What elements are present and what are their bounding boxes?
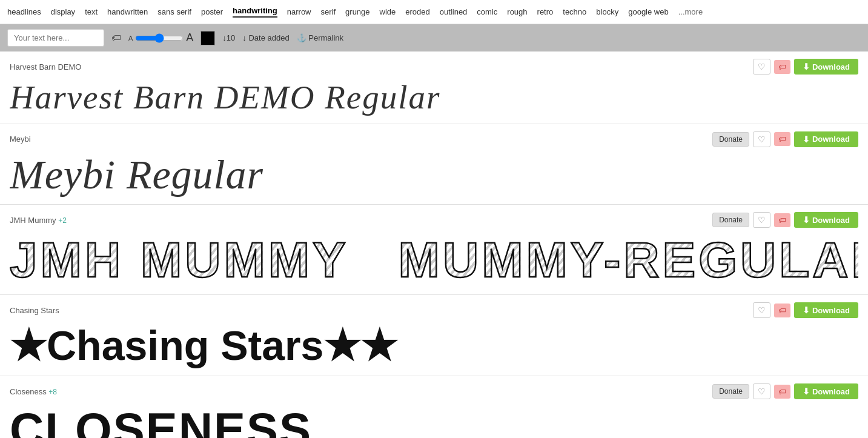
nav-techno[interactable]: techno [563,7,586,16]
nav-poster[interactable]: poster [201,7,223,16]
tag-button-harvest-barn[interactable]: 🏷 [774,60,790,74]
nav-headlines[interactable]: headlines [7,7,41,16]
count-badge: ↓10 [222,33,235,42]
tag-button-closeness[interactable]: 🏷 [774,385,790,399]
heart-button-closeness[interactable]: ♡ [753,383,770,399]
size-slider: A A [128,32,193,44]
font-entry-header-chasing-stars: Chasing Stars ♡ 🏷 ⬇ Download [10,302,858,318]
font-preview-closeness: CLOSENESS [10,404,858,438]
download-arrow-icon-meybi: ⬇ [803,134,810,144]
font-entry-header-closeness: Closeness +8 Donate ♡ 🏷 ⬇ Download [10,383,858,399]
donate-button-jmh[interactable]: Donate [712,213,749,227]
nav-grunge[interactable]: grunge [345,7,369,16]
font-list: Harvest Barn DEMO ♡ 🏷 ⬇ Download Harvest… [0,51,868,438]
nav-comic[interactable]: comic [477,7,497,16]
nav-handwritten[interactable]: handwritten [107,7,148,16]
nav-eroded[interactable]: eroded [405,7,429,16]
donate-button-meybi[interactable]: Donate [712,132,749,147]
nav-text[interactable]: text [85,7,98,16]
download-arrow-icon-closeness: ⬇ [803,387,810,396]
nav-narrow[interactable]: narrow [287,7,311,16]
nav-wide[interactable]: wide [380,7,396,16]
font-preview-meybi: Meybi Regular [10,152,858,197]
download-button-closeness[interactable]: ⬇ Download [794,383,858,399]
heart-button-chasing-stars[interactable]: ♡ [753,302,770,318]
download-button-jmh[interactable]: ⬇ Download [794,212,858,228]
nav-rough[interactable]: rough [507,7,527,16]
nav-display[interactable]: display [51,7,75,16]
large-size-label: A [186,32,193,44]
font-entry-header: Harvest Barn DEMO ♡ 🏷 ⬇ Download [10,59,858,75]
font-actions-meybi: Donate ♡ 🏷 ⬇ Download [712,131,858,147]
heart-button-meybi[interactable]: ♡ [753,131,770,147]
font-actions-chasing-stars: ♡ 🏷 ⬇ Download [753,302,858,318]
heart-button-harvest-barn[interactable]: ♡ [753,59,770,75]
size-range-input[interactable] [135,33,184,43]
font-name-closeness: Closeness +8 [10,387,57,396]
nav-more[interactable]: ...more [678,7,703,16]
small-size-label: A [128,35,133,42]
nav-outlined[interactable]: outlined [440,7,468,16]
donate-button-closeness[interactable]: Donate [712,384,749,399]
nav-handwriting[interactable]: handwriting [233,6,277,18]
tag-button-meybi[interactable]: 🏷 [774,132,790,146]
font-actions-jmh: Donate ♡ 🏷 ⬇ Download [712,212,858,228]
font-name-harvest-barn: Harvest Barn DEMO [10,62,81,71]
nav-sans-serif[interactable]: sans serif [157,7,191,16]
font-preview-jmh: JMH MUMMY MUMMY-REGULAR [10,233,858,287]
preview-text-input[interactable] [7,29,104,47]
font-entry-header-jmh: JMH Mummy +2 Donate ♡ 🏷 ⬇ Download [10,212,858,228]
download-arrow-icon-chasing-stars: ⬇ [803,305,810,315]
font-name-chasing-stars: Chasing Stars [10,306,59,315]
tag-button-chasing-stars[interactable]: 🏷 [774,304,790,317]
nav-google-web[interactable]: google web [628,7,669,16]
nav-blocky[interactable]: blocky [596,7,618,16]
font-actions-closeness: Donate ♡ 🏷 ⬇ Download [712,383,858,399]
font-name-meybi: Meybi [10,134,31,144]
download-button-meybi[interactable]: ⬇ Download [794,131,858,147]
toolbar: 🏷 A A ↓10 ↓ Date added ⚓ Permalink [0,24,868,51]
date-added-sort[interactable]: ↓ Date added [242,33,289,42]
font-entry-harvest-barn: Harvest Barn DEMO ♡ 🏷 ⬇ Download Harvest… [0,51,868,124]
font-name-jmh: JMH Mummy +2 [10,216,67,225]
font-actions-harvest-barn: ♡ 🏷 ⬇ Download [753,59,858,75]
download-arrow-icon: ⬇ [803,62,810,71]
font-plus-count-jmh: +2 [58,216,67,225]
download-button-chasing-stars[interactable]: ⬇ Download [794,302,858,318]
font-preview-harvest-barn: Harvest Barn DEMO Regular [10,79,858,116]
font-entry-jmh-mummy: JMH Mummy +2 Donate ♡ 🏷 ⬇ Download JMH M… [0,205,868,295]
download-arrow-icon-jmh: ⬇ [803,215,810,225]
font-preview-chasing-stars: ★Chasing Stars★★ [10,323,858,368]
font-entry-header-meybi: Meybi Donate ♡ 🏷 ⬇ Download [10,131,858,147]
toolbar-icons: 🏷 [111,33,121,44]
font-plus-count-closeness: +8 [48,388,57,396]
nav-serif[interactable]: serif [321,7,336,16]
color-picker[interactable] [200,31,215,45]
top-navigation: headlines display text handwritten sans … [0,0,868,24]
tag-button-jmh[interactable]: 🏷 [774,213,790,227]
font-entry-meybi: Meybi Donate ♡ 🏷 ⬇ Download Meybi Regula… [0,124,868,205]
nav-retro[interactable]: retro [537,7,554,16]
download-button-harvest-barn[interactable]: ⬇ Download [794,59,858,75]
heart-button-jmh[interactable]: ♡ [753,212,770,228]
tag-icon[interactable]: 🏷 [111,33,121,44]
font-entry-chasing-stars: Chasing Stars ♡ 🏷 ⬇ Download ★Chasing St… [0,295,868,376]
font-entry-closeness: Closeness +8 Donate ♡ 🏷 ⬇ Download CLOSE… [0,376,868,438]
permalink-button[interactable]: ⚓ Permalink [297,33,343,42]
